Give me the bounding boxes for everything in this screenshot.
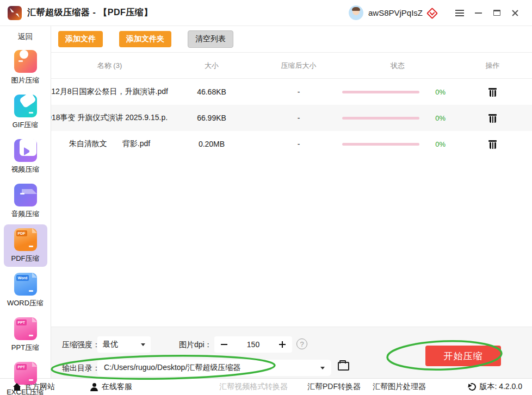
- doc-badge: PPT: [16, 364, 27, 370]
- maximize-button[interactable]: [487, 5, 506, 21]
- add-file-button[interactable]: 添加文件: [58, 31, 103, 47]
- app-logo-icon: [8, 6, 22, 20]
- header-action: 操作: [453, 61, 532, 71]
- chevron-down-icon[interactable]: [320, 367, 325, 369]
- audio-compress-icon: [14, 184, 37, 206]
- delete-icon[interactable]: [488, 87, 497, 97]
- strength-select[interactable]: 最优: [97, 336, 151, 353]
- delete-icon[interactable]: [488, 139, 497, 149]
- username[interactable]: awS8PVjPqIsZ: [368, 8, 423, 17]
- title-bar: 汇帮超级压缩器 - 【PDF压缩】 awS8PVjPqIsZ: [0, 0, 532, 26]
- sidebar-item[interactable]: 音频压缩: [4, 180, 47, 222]
- header-compressed-size: 压缩后大小: [255, 61, 342, 71]
- compressed-size: -: [255, 140, 342, 148]
- dpi-value[interactable]: 150: [247, 340, 259, 349]
- minimize-button[interactable]: [469, 5, 487, 21]
- home-icon: [13, 384, 21, 391]
- clear-list-button[interactable]: 清空列表: [188, 30, 233, 48]
- sidebar-item[interactable]: 视频压缩: [4, 135, 47, 178]
- close-button[interactable]: [506, 5, 524, 21]
- progress-bar: [342, 91, 419, 93]
- doc-badge: PDF: [16, 230, 27, 236]
- word-compress-icon: Word: [14, 273, 37, 296]
- output-dir-label: 输出目录：: [62, 360, 100, 376]
- sidebar-item[interactable]: GIF压缩: [4, 91, 47, 133]
- version-info: 版本: 4.2.0.0: [468, 382, 522, 392]
- strength-value: 最优: [103, 340, 118, 349]
- minimize-icon: [475, 12, 482, 14]
- vip-badge-icon[interactable]: [427, 8, 436, 17]
- image-compress-icon: [14, 50, 37, 73]
- sidebar: 返回 图片压缩: [0, 26, 51, 378]
- excel-compress-icon: PPT: [14, 362, 37, 385]
- icon-glyph: [14, 139, 37, 162]
- sidebar-item[interactable]: PPT PPT压缩: [4, 314, 47, 356]
- status-cell: 0%: [342, 88, 453, 96]
- sidebar-item-label: 音频压缩: [11, 209, 40, 219]
- table-row: 918事变 升旗仪式演讲 2025.9.15.p... 66.99KB - 0%: [51, 105, 532, 131]
- table-row: 朱自清散文 背影.pdf 0.20MB - 0%: [51, 131, 532, 157]
- sidebar-item-label: PDF压缩: [11, 254, 40, 264]
- add-folder-button[interactable]: 添加文件夹: [119, 31, 171, 47]
- help-icon[interactable]: ?: [296, 338, 307, 349]
- menu-button[interactable]: [450, 5, 469, 21]
- file-table: 12月8日国家公祭日，升旗演讲.pdf 46.68KB - 0% 918事: [51, 79, 532, 157]
- start-compress-button[interactable]: 开始压缩: [425, 346, 501, 366]
- version-label: 版本: 4.2.0.0: [479, 382, 522, 392]
- sidebar-item[interactable]: PDF PDF压缩: [4, 224, 47, 267]
- icon-glyph: [14, 95, 37, 117]
- status-cell: 0%: [342, 114, 453, 122]
- person-icon: [90, 383, 98, 391]
- status-bar: 官方网站 在线客服 汇帮视频格式转换器 汇帮PDF转换器 汇帮图片处理器 版本:…: [0, 378, 532, 395]
- doc-badge: Word: [16, 275, 29, 281]
- table-header: 名称 (3) 大小 压缩后大小 状态 操作: [51, 53, 532, 79]
- sidebar-item[interactable]: Word WORD压缩: [4, 269, 47, 311]
- sidebar-item-label: WORD压缩: [7, 298, 44, 308]
- progress-bar: [342, 117, 419, 120]
- progress-percent: 0%: [435, 140, 446, 148]
- tool-pdf-link[interactable]: 汇帮PDF转换器: [307, 382, 361, 392]
- user-avatar[interactable]: [349, 5, 363, 20]
- action-cell: [453, 113, 532, 123]
- progress-percent: 0%: [435, 88, 446, 96]
- icon-glyph: [14, 184, 37, 206]
- online-service-link[interactable]: 在线客服: [90, 382, 132, 392]
- tool-video-link: 汇帮视频格式转换器: [219, 382, 288, 392]
- sidebar-items: 图片压缩 GIF压缩: [4, 44, 47, 395]
- plus-icon[interactable]: [279, 341, 286, 348]
- file-size: 66.99KB: [168, 114, 255, 122]
- main-panel: 添加文件 添加文件夹 清空列表 名称 (3) 大小 压缩后大小 状态 操作 12…: [51, 26, 532, 378]
- file-name: 朱自清散文 背影.pdf: [51, 139, 168, 149]
- compressed-size: -: [255, 87, 342, 96]
- pdf-compress-icon: PDF: [14, 228, 37, 251]
- header-size: 大小: [168, 61, 255, 71]
- window-title: 汇帮超级压缩器 - 【PDF压缩】: [27, 7, 153, 18]
- sidebar-item[interactable]: 图片压缩: [4, 46, 47, 89]
- file-size: 46.68KB: [168, 87, 255, 96]
- action-cell: [453, 87, 532, 97]
- sidebar-item-label: GIF压缩: [13, 120, 39, 130]
- online-service-label: 在线客服: [102, 382, 132, 392]
- file-name: 12月8日国家公祭日，升旗演讲.pdf: [51, 87, 168, 97]
- output-dir-input[interactable]: C:/Users/ruguo/Desktop/汇帮超级压缩器: [97, 360, 331, 376]
- output-dir-value: C:/Users/ruguo/Desktop/汇帮超级压缩器: [104, 363, 240, 373]
- controls-panel: 压缩强度： 最优 图片dpi： 150 ? 开始压缩 输出目录： C:/User…: [51, 327, 532, 378]
- delete-icon[interactable]: [488, 113, 497, 123]
- strength-label: 压缩强度：: [62, 336, 100, 353]
- tool-image-link[interactable]: 汇帮图片处理器: [373, 382, 426, 392]
- dpi-stepper: 150: [214, 336, 292, 353]
- browse-folder-icon[interactable]: [338, 362, 349, 371]
- close-icon: [511, 9, 519, 17]
- minus-icon[interactable]: [221, 344, 227, 345]
- maximize-icon: [493, 10, 500, 16]
- refresh-icon[interactable]: [467, 382, 477, 392]
- ppt-compress-icon: PPT: [14, 317, 37, 340]
- app-window: 汇帮超级压缩器 - 【PDF压缩】 awS8PVjPqIsZ 返回: [0, 0, 532, 395]
- toolbar: 添加文件 添加文件夹 清空列表: [51, 26, 532, 53]
- progress-bar: [342, 143, 419, 146]
- back-button[interactable]: 返回: [18, 29, 33, 44]
- video-compress-icon: [14, 139, 37, 162]
- sidebar-item-label: 视频压缩: [11, 165, 40, 174]
- dpi-label: 图片dpi：: [179, 336, 212, 353]
- gif-compress-icon: [14, 95, 37, 117]
